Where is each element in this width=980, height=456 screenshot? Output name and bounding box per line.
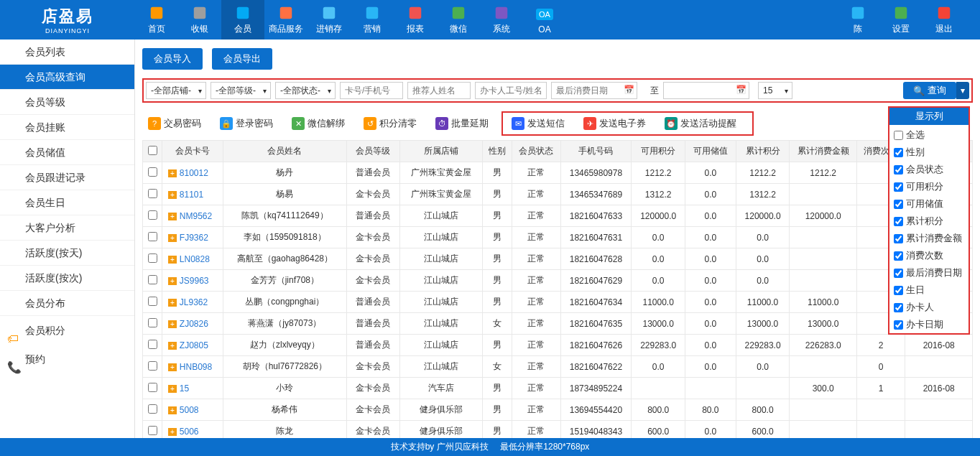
filter-status[interactable]: -全部状态- <box>275 82 336 99</box>
th[interactable]: 累计积分 <box>736 141 790 162</box>
action-微信解绑[interactable]: ✕微信解绑 <box>286 114 351 133</box>
sidebar-item[interactable]: 会员等级 <box>0 90 134 115</box>
expand-icon[interactable]: + <box>168 169 177 177</box>
cell-card-id[interactable]: +5006 <box>162 421 223 439</box>
row-checkbox[interactable] <box>148 318 157 327</box>
display-option-checkbox[interactable] <box>894 234 903 243</box>
sidebar-item[interactable]: 会员分布 <box>0 291 134 316</box>
query-dropdown[interactable]: ▾ <box>956 82 969 99</box>
display-option-checkbox[interactable] <box>894 165 903 175</box>
header-exit[interactable]: 退出 <box>923 0 966 39</box>
display-option[interactable]: 性别 <box>889 144 969 161</box>
header-user[interactable]: 陈 <box>836 0 879 39</box>
display-option-checkbox[interactable] <box>894 131 903 140</box>
th[interactable]: 可用积分 <box>632 141 685 162</box>
display-option[interactable]: 会员状态 <box>889 161 969 178</box>
display-option[interactable]: 生日 <box>889 281 969 299</box>
expand-icon[interactable]: + <box>168 406 177 414</box>
expand-icon[interactable]: + <box>168 234 177 242</box>
expand-icon[interactable]: + <box>168 256 177 264</box>
export-button[interactable]: 会员导出 <box>212 48 272 70</box>
cell-card-id[interactable]: +ZJ0826 <box>162 313 223 335</box>
action-积分清零[interactable]: ↺积分清零 <box>358 114 422 133</box>
display-option[interactable]: 可用积分 <box>889 178 969 195</box>
expand-icon[interactable]: + <box>168 277 177 285</box>
cell-card-id[interactable]: +LN0828 <box>162 248 223 270</box>
sidebar-item[interactable]: 大客户分析 <box>0 215 134 241</box>
expand-icon[interactable]: + <box>168 342 177 350</box>
cell-card-id[interactable]: +NM9562 <box>162 205 223 227</box>
nav-cashier[interactable]: 收银 <box>178 0 221 39</box>
th[interactable]: 会员状态 <box>512 141 561 162</box>
sidebar-item[interactable]: 会员挂账 <box>0 115 134 140</box>
display-option[interactable]: 消费次数 <box>889 247 969 264</box>
nav-member[interactable]: 会员 <box>221 0 264 39</box>
th[interactable]: 手机号码 <box>560 141 632 162</box>
filter-shop[interactable]: -全部店铺- <box>146 82 206 99</box>
nav-stock[interactable]: 进销存 <box>308 0 351 39</box>
row-checkbox[interactable] <box>148 253 157 263</box>
th[interactable]: 性别 <box>482 141 512 162</box>
display-option-checkbox[interactable] <box>894 269 903 278</box>
sidebar-item[interactable]: 会员高级查询 <box>0 65 134 90</box>
display-option[interactable]: 办卡人 <box>889 299 969 316</box>
expand-icon[interactable]: + <box>168 363 177 371</box>
cell-card-id[interactable]: +81101 <box>162 184 223 205</box>
nav-report[interactable]: 报表 <box>394 0 437 39</box>
sidebar-item[interactable]: 会员储值 <box>0 140 134 165</box>
display-columns-button[interactable]: 显示列 <box>889 108 969 125</box>
nav-system[interactable]: 系统 <box>480 0 523 39</box>
th[interactable]: 会员等级 <box>346 141 400 162</box>
cell-card-id[interactable]: +15 <box>162 378 223 399</box>
nav-goods[interactable]: 商品服务 <box>264 0 308 39</box>
display-option[interactable]: 全选 <box>889 126 969 144</box>
action-登录密码[interactable]: 🔒登录密码 <box>214 114 279 133</box>
display-option-checkbox[interactable] <box>894 303 903 312</box>
cell-card-id[interactable]: +810012 <box>162 162 223 184</box>
filter-referrer-input[interactable] <box>407 82 471 99</box>
cell-card-id[interactable]: +JS9963 <box>162 270 223 292</box>
filter-card-input[interactable] <box>340 82 403 99</box>
action-发送电子券[interactable]: ✈发送电子券 <box>578 114 652 133</box>
expand-icon[interactable]: + <box>168 191 177 199</box>
nav-oa[interactable]: OAOA <box>523 0 566 39</box>
expand-icon[interactable]: + <box>168 213 177 220</box>
filter-staff-input[interactable] <box>475 82 547 99</box>
row-checkbox[interactable] <box>148 340 157 349</box>
expand-icon[interactable]: + <box>168 385 177 393</box>
row-checkbox[interactable] <box>148 297 157 306</box>
display-option[interactable]: 累计消费金额 <box>889 230 969 247</box>
th[interactable]: 累计消费金额 <box>790 141 856 162</box>
sidebar-item[interactable]: 会员列表 <box>0 39 134 65</box>
action-批量延期[interactable]: ⏱批量延期 <box>430 114 494 133</box>
display-option-checkbox[interactable] <box>894 182 903 192</box>
sidebar-group[interactable]: 🏷会员积分 <box>0 316 134 345</box>
row-checkbox[interactable] <box>148 404 157 414</box>
display-option[interactable]: 办卡日期 <box>889 316 969 333</box>
sidebar-group[interactable]: 📞预约 <box>0 345 134 373</box>
display-option-checkbox[interactable] <box>894 251 903 261</box>
display-option-checkbox[interactable] <box>894 217 903 226</box>
sidebar-item[interactable]: 会员生日 <box>0 190 134 215</box>
expand-icon[interactable]: + <box>168 320 177 328</box>
th[interactable]: 可用储值 <box>685 141 736 162</box>
th[interactable]: 会员姓名 <box>223 141 346 162</box>
cell-card-id[interactable]: +ZJ0805 <box>162 335 223 356</box>
th[interactable]: 会员卡号 <box>162 141 223 162</box>
display-option[interactable]: 累计积分 <box>889 213 969 230</box>
cell-card-id[interactable]: +5008 <box>162 399 223 421</box>
filter-level[interactable]: -全部等级- <box>211 82 271 99</box>
expand-icon[interactable]: + <box>168 299 177 307</box>
action-交易密码[interactable]: ?交易密码 <box>142 114 207 133</box>
row-checkbox[interactable] <box>148 189 157 198</box>
cell-card-id[interactable]: +HNB098 <box>162 356 223 378</box>
row-checkbox[interactable] <box>148 383 157 392</box>
display-option-checkbox[interactable] <box>894 320 903 330</box>
display-option[interactable]: 可用储值 <box>889 195 969 213</box>
display-option-checkbox[interactable] <box>894 200 903 209</box>
display-option-checkbox[interactable] <box>894 286 903 295</box>
row-checkbox[interactable] <box>148 426 157 435</box>
display-option-checkbox[interactable] <box>894 148 903 157</box>
row-checkbox[interactable] <box>148 275 157 284</box>
filter-pagesize[interactable]: 15 <box>758 82 792 99</box>
